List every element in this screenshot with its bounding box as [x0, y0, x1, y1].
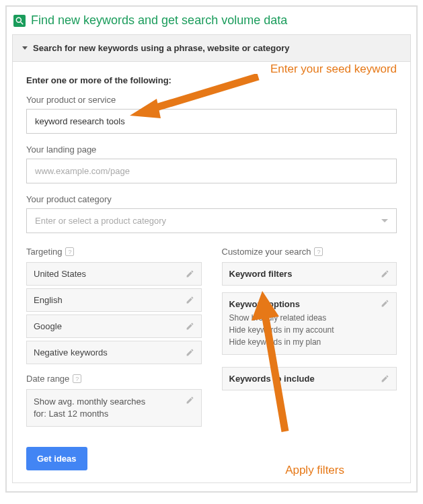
- search-panel: Enter one or more of the following: Your…: [12, 62, 411, 483]
- help-icon[interactable]: ?: [314, 247, 323, 256]
- chevron-down-icon: [22, 46, 28, 50]
- pencil-icon: [381, 269, 389, 278]
- landing-input[interactable]: [26, 159, 397, 183]
- search-icon: [13, 15, 26, 27]
- daterange-label: Date range ?: [26, 374, 202, 384]
- get-ideas-button[interactable]: Get ideas: [26, 447, 87, 470]
- keyword-options-chip[interactable]: Keyword options Show broadly related ide…: [222, 292, 397, 355]
- pencil-icon: [186, 269, 194, 278]
- help-icon[interactable]: ?: [65, 247, 74, 256]
- keyword-filters-chip[interactable]: Keyword filters: [222, 262, 397, 286]
- keywords-include-chip[interactable]: Keywords to include: [222, 367, 397, 390]
- targeting-network[interactable]: Google: [26, 314, 202, 338]
- targeting-language[interactable]: English: [26, 288, 202, 312]
- annotation-seed: Enter your seed keyword: [270, 62, 397, 76]
- annotation-filters: Apply filters: [285, 464, 344, 477]
- category-label: Your product category: [26, 194, 397, 204]
- section-heading: Enter one or more of the following:: [26, 75, 397, 85]
- pencil-icon: [381, 299, 389, 308]
- product-label: Your product or service: [26, 95, 397, 105]
- chevron-down-icon: [381, 219, 388, 222]
- pencil-icon: [186, 396, 194, 405]
- targeting-label: Targeting ?: [26, 247, 202, 257]
- product-input[interactable]: [26, 109, 397, 134]
- pencil-icon: [186, 296, 194, 304]
- targeting-negative[interactable]: Negative keywords: [26, 341, 202, 364]
- landing-label: Your landing page: [26, 144, 397, 155]
- svg-point-0: [16, 17, 21, 22]
- help-icon[interactable]: ?: [73, 374, 81, 383]
- accordion-title: Search for new keywords using a phrase, …: [33, 43, 289, 53]
- pencil-icon: [186, 348, 194, 357]
- page-title: Find new keywords and get search volume …: [31, 13, 287, 28]
- pencil-icon: [381, 374, 389, 383]
- targeting-location[interactable]: United States: [26, 262, 202, 286]
- svg-line-1: [21, 22, 24, 24]
- page-title-row: Find new keywords and get search volume …: [12, 12, 411, 34]
- pencil-icon: [186, 322, 194, 331]
- accordion-header[interactable]: Search for new keywords using a phrase, …: [12, 34, 411, 62]
- category-select[interactable]: Enter or select a product category: [26, 208, 397, 233]
- customize-label: Customize your search ?: [222, 247, 397, 257]
- daterange-chip[interactable]: Show avg. monthly searches for: Last 12 …: [26, 389, 202, 427]
- category-placeholder: Enter or select a product category: [35, 216, 166, 226]
